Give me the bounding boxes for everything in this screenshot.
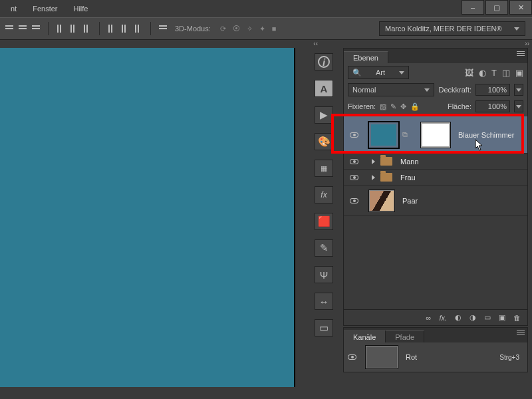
close-button[interactable]: ✕ [509, 0, 532, 15]
lock-trans-icon[interactable]: ▨ [380, 102, 386, 111]
fill-flyout-button[interactable] [514, 100, 523, 112]
fill-field[interactable]: 100% [475, 100, 510, 112]
disclosure-triangle-icon[interactable] [372, 159, 375, 164]
distribute-4-icon[interactable] [158, 23, 168, 34]
menu-fenster[interactable]: Fenster [25, 2, 65, 15]
3d-icon-2[interactable]: ⦿ [233, 25, 240, 33]
new-layer-icon[interactable]: ▣ [499, 313, 505, 322]
fill-label: Fläche: [448, 102, 471, 110]
tab-ebenen[interactable]: Ebenen [344, 51, 388, 63]
link-layers-icon[interactable]: ∞ [426, 314, 432, 322]
3d-icon-5[interactable]: ■ [272, 25, 277, 33]
layer-row-frau[interactable]: Frau [344, 170, 527, 186]
fill-value: 100% [488, 102, 507, 110]
filter-shape-icon[interactable]: ◫ [502, 68, 510, 78]
layers-panel-footer: ∞ fx. ◐ ◑ ▭ ▣ 🗑 [344, 309, 527, 325]
opacity-label: Deckkraft: [438, 86, 471, 94]
lock-paint-icon[interactable]: ✎ [390, 102, 396, 111]
new-group-icon[interactable]: ▭ [484, 313, 491, 322]
document-title-dropdown[interactable]: Marco Kolditz, MEER DER IDEEN® [379, 21, 525, 36]
layer-name[interactable]: Blauer Schimmer [458, 131, 514, 139]
distribute-1-icon[interactable] [106, 23, 117, 34]
mask-link-icon[interactable]: ⧉ [401, 130, 409, 139]
layer-name[interactable]: Mann [400, 158, 419, 166]
menu-hilfe[interactable]: Hilfe [65, 2, 96, 15]
visibility-toggle[interactable] [348, 159, 360, 164]
info-panel-button[interactable] [315, 53, 333, 70]
play-panel-button[interactable]: ▶ [315, 106, 333, 124]
filter-smart-icon[interactable]: ▣ [515, 68, 523, 78]
opacity-field[interactable]: 100% [475, 84, 510, 96]
fx-panel-button[interactable]: fx [315, 186, 333, 203]
align-center-h-icon[interactable] [17, 23, 28, 34]
layer-row-paar[interactable]: Paar [344, 186, 527, 216]
distribute-2-icon[interactable] [120, 23, 130, 34]
layer-name[interactable]: Frau [400, 174, 416, 182]
measure-panel-button[interactable]: ↔ [315, 293, 333, 310]
chevron-down-icon [399, 71, 404, 74]
new-adjust-icon[interactable]: ◑ [469, 313, 476, 322]
3d-icon-3[interactable]: ✧ [247, 25, 253, 33]
trash-icon[interactable]: 🗑 [513, 314, 521, 322]
panel-menu-button[interactable] [517, 51, 525, 57]
channel-thumb[interactable] [366, 346, 398, 368]
visibility-toggle[interactable] [348, 175, 360, 180]
align-right-icon[interactable] [31, 23, 41, 34]
visibility-toggle[interactable] [348, 198, 360, 203]
maximize-button[interactable]: ▢ [485, 0, 508, 15]
window-controls: – ▢ ✕ [460, 0, 532, 15]
layer-mask-icon[interactable]: ◐ [455, 313, 462, 322]
swatches-panel-button[interactable]: 🎨 [315, 133, 333, 150]
layer-name[interactable]: Paar [402, 197, 418, 205]
menu-icon [517, 331, 525, 336]
slice-panel-button[interactable]: ▭ [315, 319, 333, 336]
dock-collapse-left-icon[interactable]: ‹‹ [313, 40, 318, 47]
dock-collapse-right-icon[interactable]: ›› [525, 40, 529, 47]
folder-icon [380, 173, 392, 182]
opacity-flyout-button[interactable] [514, 84, 523, 96]
eye-icon [350, 159, 358, 164]
chevron-down-icon [514, 27, 519, 31]
separator [48, 22, 49, 35]
layer-list: ⧉ Blauer Schimmer Mann Frau [344, 116, 527, 309]
tab-kanaele[interactable]: Kanäle [344, 331, 386, 342]
layer-filter-select[interactable]: 🔍 Art [348, 66, 409, 79]
3d-icon-4[interactable]: ✦ [259, 25, 265, 33]
layer-mask-thumb[interactable] [421, 122, 450, 148]
panel-menu-button[interactable] [517, 331, 525, 336]
layer-row-mann[interactable]: Mann [344, 154, 527, 170]
layer-row-blauer-schimmer[interactable]: ⧉ Blauer Schimmer [344, 116, 527, 154]
layer-fx-icon[interactable]: fx. [439, 314, 447, 322]
color-panel-button[interactable]: 🟥 [315, 213, 333, 230]
menu-nt[interactable]: nt [3, 2, 25, 15]
align-top-icon[interactable] [55, 23, 66, 34]
tab-pfade[interactable]: Pfade [386, 331, 424, 342]
collapsed-dock: A ▶ 🎨 ▦ fx 🟥 ✎ Ψ ↔ ▭ [313, 48, 335, 336]
lock-all-icon[interactable]: 🔒 [410, 102, 420, 111]
align-left-icon[interactable] [4, 23, 15, 34]
disclosure-triangle-icon[interactable] [372, 175, 375, 180]
text-panel-button[interactable]: A [315, 80, 333, 97]
filter-image-icon[interactable]: 🖼 [465, 68, 473, 78]
pipette-panel-button[interactable]: ✎ [315, 239, 333, 257]
grid-panel-button[interactable]: ▦ [315, 160, 333, 177]
channel-row-rot[interactable]: Rot Strg+3 [344, 342, 527, 372]
document-canvas[interactable] [0, 48, 295, 387]
separator [150, 22, 151, 35]
lock-move-icon[interactable]: ✥ [400, 102, 406, 111]
blend-mode-select[interactable]: Normal [348, 83, 434, 96]
align-center-v-icon[interactable] [68, 23, 79, 34]
filter-adjust-icon[interactable]: ◐ [479, 68, 486, 78]
trident-panel-button[interactable]: Ψ [315, 266, 333, 283]
minimize-button[interactable]: – [462, 0, 484, 15]
align-bottom-icon[interactable] [82, 23, 92, 34]
document-title-text: Marco Kolditz, MEER DER IDEEN® [385, 25, 502, 33]
filter-text-icon[interactable]: T [491, 68, 497, 78]
distribute-3-icon[interactable] [133, 23, 144, 34]
visibility-toggle[interactable] [348, 354, 356, 360]
layer-thumb[interactable] [369, 190, 394, 211]
layers-panel: Ebenen 🔍 Art 🖼 ◐ T ◫ ▣ Normal Deckkraft [343, 48, 528, 326]
3d-icon-1[interactable]: ⟳ [220, 25, 226, 33]
visibility-toggle[interactable] [348, 132, 360, 138]
layer-thumb[interactable] [369, 122, 398, 148]
